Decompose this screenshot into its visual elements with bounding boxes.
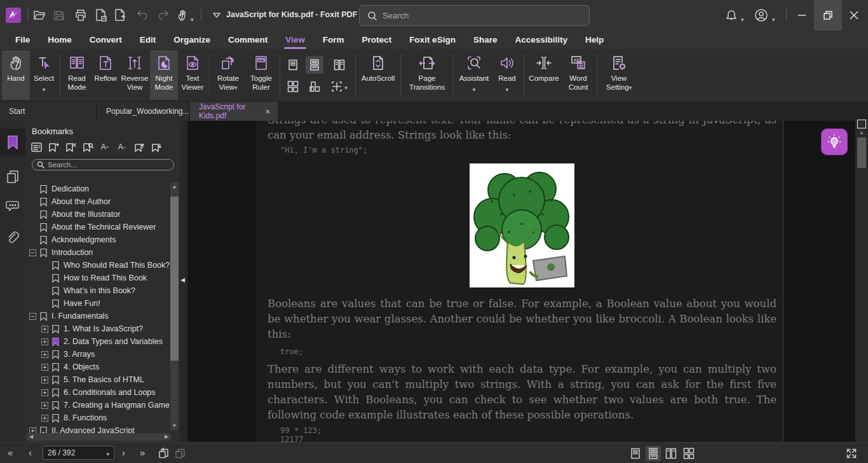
bookmark-item[interactable]: 6. Conditionals and Loops <box>25 386 171 399</box>
restore-button[interactable] <box>814 0 842 31</box>
collapse-panel-icon[interactable]: ◀ <box>180 277 185 283</box>
menu-share[interactable]: Share <box>465 32 506 48</box>
scroll-top-box[interactable] <box>857 120 866 128</box>
ai-assistant-lightbulb-button[interactable] <box>821 128 848 155</box>
export-page-icon[interactable] <box>93 7 109 24</box>
menu-form[interactable]: Form <box>314 32 353 48</box>
text-viewer-button[interactable]: Text Viewer <box>178 50 207 100</box>
scroll-left-arrow[interactable]: ◀ <box>27 433 36 441</box>
bookmark-item[interactable]: How to Read This Book <box>25 272 171 284</box>
panel-divider[interactable]: ◀ <box>180 121 187 442</box>
bookmark-item[interactable]: About the Technical Reviewer <box>25 221 171 233</box>
reflow-button[interactable]: Reflow <box>92 50 119 100</box>
last-page-button[interactable]: » <box>140 446 145 459</box>
menu-comment[interactable]: Comment <box>219 32 276 48</box>
dropdown-caret-icon[interactable] <box>741 13 744 24</box>
bookmark-item[interactable]: 1. What Is JavaScript? <box>25 322 171 335</box>
bookmark-item[interactable]: Introduction <box>25 246 171 259</box>
menu-help[interactable]: Help <box>576 32 613 48</box>
attachments-panel-icon[interactable] <box>0 224 25 252</box>
compare-button[interactable]: Compare <box>526 50 562 100</box>
scroll-up-arrow[interactable]: ▲ <box>855 130 868 135</box>
reverse-view-button[interactable]: Reverse View <box>119 50 150 100</box>
fullscreen-icon[interactable] <box>844 446 859 461</box>
read-aloud-button[interactable]: Read <box>492 50 522 100</box>
expand-expander-icon[interactable] <box>41 415 48 422</box>
decrease-text-size-icon[interactable]: A− <box>116 141 128 153</box>
expand-expander-icon[interactable] <box>41 364 48 371</box>
continuous-view-icon[interactable] <box>306 56 323 74</box>
hand-tool-button[interactable]: Hand <box>2 50 30 100</box>
next-view-button[interactable] <box>173 446 188 461</box>
word-count-button[interactable]: AB Word Count <box>562 50 595 100</box>
bookmark-item[interactable]: 8. Functions <box>25 411 171 424</box>
bookmark-item[interactable]: 7. Creating a Hangman Game <box>25 399 171 411</box>
read-mode-button[interactable]: Read Mode <box>62 50 92 100</box>
menu-home[interactable]: Home <box>39 32 81 48</box>
dropdown-caret-icon[interactable] <box>772 13 775 24</box>
document-view[interactable]: Strings are used to represent text. Your… <box>187 121 855 442</box>
menu-accessibility[interactable]: Accessibility <box>506 32 576 48</box>
open-file-icon[interactable] <box>31 7 48 24</box>
expand-expander-icon[interactable] <box>41 377 48 384</box>
expand-expander-icon[interactable] <box>41 402 48 409</box>
bookmark-item[interactable]: Dedication <box>25 183 171 195</box>
delete-bookmark-icon[interactable] <box>65 141 76 153</box>
menu-view[interactable]: View <box>276 32 314 48</box>
close-button[interactable] <box>840 0 868 31</box>
bookmark-item-active[interactable]: 2. Data Types and Variables <box>25 335 171 348</box>
minimize-button[interactable] <box>788 0 816 31</box>
redo-icon[interactable] <box>156 7 172 24</box>
find-bookmark-icon[interactable] <box>82 141 93 153</box>
expand-expander-icon[interactable] <box>41 326 48 333</box>
increase-text-size-icon[interactable]: A+ <box>99 141 111 153</box>
promote-bookmark-icon[interactable] <box>133 141 145 153</box>
facing-view-icon[interactable] <box>330 56 348 74</box>
scrollbar-thumb[interactable] <box>857 137 866 168</box>
close-tab-icon[interactable]: × <box>265 107 270 116</box>
collapse-expander-icon[interactable] <box>29 249 36 256</box>
bookmark-item[interactable]: About the Author <box>25 195 171 208</box>
bookmark-search-input[interactable] <box>48 161 162 169</box>
bookmark-item[interactable]: I. Fundamentals <box>25 310 171 322</box>
collapse-expander-icon[interactable] <box>29 313 36 320</box>
page-number-value[interactable]: 26 / 392 <box>48 448 106 457</box>
rotate-view-button[interactable]: Rotate View <box>212 50 245 100</box>
bookmarks-horizontal-scrollbar[interactable]: ◀ ▶ <box>27 433 171 441</box>
scroll-down-arrow[interactable]: ▼ <box>170 422 179 431</box>
bookmark-item[interactable]: What’s in this Book? <box>25 284 171 297</box>
bookmark-item[interactable]: Who Should Read This Book? <box>25 259 171 272</box>
save-icon[interactable] <box>51 7 67 24</box>
single-page-view-button[interactable] <box>628 446 643 461</box>
menu-foxit-esign[interactable]: Foxit eSign <box>400 32 465 48</box>
menu-convert[interactable]: Convert <box>81 32 131 48</box>
bookmark-item[interactable]: About the Illustrator <box>25 208 171 221</box>
facing-view-button[interactable] <box>663 446 679 461</box>
continuous-view-button[interactable] <box>646 446 661 461</box>
separate-cover-view-icon[interactable] <box>306 78 323 95</box>
scroll-up-arrow[interactable]: ▲ <box>170 183 179 191</box>
facing-continuous-view-button[interactable] <box>681 446 696 461</box>
tab-start[interactable]: Start <box>0 102 96 121</box>
tab-popular-woodworking[interactable]: Popular_Woodworking... <box>97 102 189 121</box>
new-page-icon[interactable] <box>112 7 128 24</box>
scrollbar-thumb[interactable] <box>170 197 179 361</box>
touch-mode-icon[interactable] <box>174 7 191 24</box>
previous-view-button[interactable] <box>156 446 172 461</box>
chevron-down-icon[interactable] <box>208 7 225 24</box>
tab-javascript-for-kids[interactable]: JavaScript for Kids.pdf × <box>190 102 278 121</box>
bookmark-options-icon[interactable] <box>31 141 42 153</box>
previous-page-button[interactable]: ‹ <box>29 446 32 459</box>
expand-expander-icon[interactable] <box>41 351 48 358</box>
select-tool-button[interactable]: Select <box>30 50 58 100</box>
global-search[interactable] <box>359 5 590 26</box>
document-scrollbar[interactable]: ▲ <box>855 121 868 442</box>
print-icon[interactable] <box>72 7 89 24</box>
undo-icon[interactable] <box>133 7 150 24</box>
facing-continuous-view-icon[interactable] <box>284 78 302 95</box>
bookmark-item[interactable]: 4. Objects <box>25 361 171 373</box>
bookmark-item[interactable]: Have Fun! <box>25 297 171 310</box>
next-page-button[interactable]: › <box>122 446 125 459</box>
menu-edit[interactable]: Edit <box>131 32 165 48</box>
single-page-view-icon[interactable] <box>284 56 302 74</box>
